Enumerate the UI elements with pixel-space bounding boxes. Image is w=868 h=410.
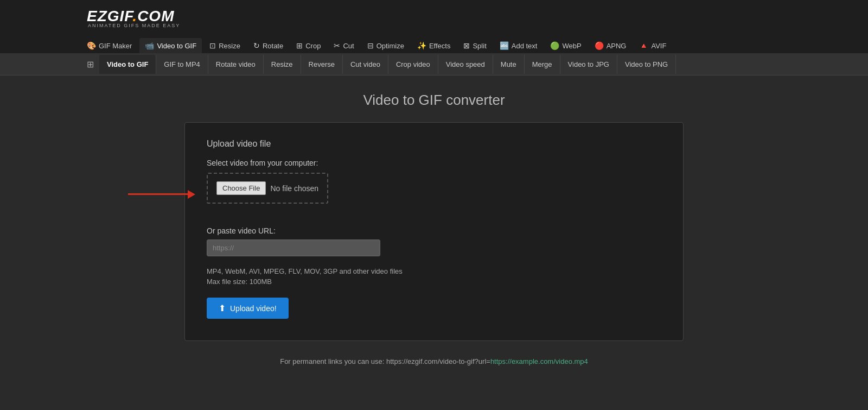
effects-icon: ✨ — [417, 41, 426, 50]
sec-nav-item-resize[interactable]: Resize — [264, 55, 301, 74]
sec-nav-item-video-to-png[interactable]: Video to PNG — [617, 55, 676, 74]
url-label: Or paste video URL: — [207, 226, 661, 235]
nav-item-add-text[interactable]: 🔤 Add text — [494, 38, 543, 53]
rotate-icon: ↻ — [253, 41, 260, 50]
sec-nav-item-gif-to-mp4[interactable]: GIF to MP4 — [156, 55, 208, 74]
avif-icon: 🔺 — [639, 41, 648, 50]
gif-maker-icon: 🎨 — [87, 41, 96, 50]
footer-link[interactable]: https://example.com/video.mp4 — [490, 357, 588, 365]
upload-btn-label: Upload video! — [230, 304, 277, 313]
video-to-gif-icon: 📹 — [145, 41, 154, 50]
apng-icon: 🔴 — [595, 41, 604, 50]
upload-button[interactable]: ⬆ Upload video! — [207, 298, 289, 319]
resize-icon: ⊡ — [209, 41, 216, 50]
sec-nav-item-reverse[interactable]: Reverse — [301, 55, 343, 74]
nav-item-cut[interactable]: ✂ Cut — [328, 38, 359, 53]
logo-area: EZGIF.COM ANIMATED GIFS MADE EASY — [0, 8, 868, 34]
nav-item-split[interactable]: ⊠ Split — [458, 38, 492, 53]
nav-item-effects[interactable]: ✨ Effects — [412, 38, 456, 53]
nav-item-webp[interactable]: 🟢 WebP — [545, 38, 586, 53]
page-title: Video to GIF converter — [81, 92, 787, 109]
sec-nav-item-video-to-gif[interactable]: Video to GIF — [99, 55, 156, 74]
sec-nav-item-cut-video[interactable]: Cut video — [343, 55, 388, 74]
nav-item-resize[interactable]: ⊡ Resize — [204, 38, 246, 53]
nav-item-apng[interactable]: 🔴 APNG — [589, 38, 632, 53]
sec-nav-item-crop-video[interactable]: Crop video — [388, 55, 438, 74]
file-input-wrapper: Choose File No file chosen — [207, 173, 328, 204]
secondary-nav: ⊞ Video to GIF GIF to MP4 Rotate video R… — [0, 54, 868, 75]
sec-nav-item-rotate-video[interactable]: Rotate video — [208, 55, 264, 74]
footer-note: For permanent links you can use: https:/… — [81, 357, 787, 365]
nav-item-video-to-gif[interactable]: 📹 Video to GIF — [139, 38, 202, 53]
format-info: MP4, WebM, AVI, MPEG, FLV, MOV, 3GP and … — [207, 267, 661, 275]
nav-item-optimize[interactable]: ⊟ Optimize — [362, 38, 410, 53]
nav-item-crop[interactable]: ⊞ Crop — [291, 38, 326, 53]
sec-nav-item-mute[interactable]: Mute — [493, 55, 525, 74]
url-input[interactable] — [207, 239, 380, 256]
secondary-nav-icon: ⊞ — [81, 54, 99, 75]
page-content: Video to GIF converter Upload video file… — [0, 75, 868, 382]
sec-nav-item-merge[interactable]: Merge — [525, 55, 560, 74]
crop-icon: ⊞ — [296, 41, 303, 50]
nav-item-rotate[interactable]: ↻ Rotate — [248, 38, 289, 53]
upload-icon: ⬆ — [219, 303, 226, 313]
max-size-info: Max file size: 100MB — [207, 277, 661, 286]
webp-icon: 🟢 — [550, 41, 559, 50]
add-text-icon: 🔤 — [500, 41, 509, 50]
cut-icon: ✂ — [334, 41, 340, 50]
nav-item-gif-maker[interactable]: 🎨 GIF Maker — [81, 38, 137, 53]
sec-nav-item-video-speed[interactable]: Video speed — [438, 55, 493, 74]
upload-section-title: Upload video file — [207, 139, 661, 149]
select-label: Select video from your computer: — [207, 159, 661, 167]
logo-subtitle: ANIMATED GIFS MADE EASY — [87, 23, 868, 28]
nav-item-avif[interactable]: 🔺 AVIF — [634, 38, 672, 53]
upload-box: Upload video file Select video from your… — [184, 122, 684, 341]
primary-nav: 🎨 GIF Maker 📹 Video to GIF ⊡ Resize ↻ Ro… — [0, 34, 868, 54]
sec-nav-item-video-to-jpg[interactable]: Video to JPG — [560, 55, 617, 74]
optimize-icon: ⊟ — [367, 41, 374, 50]
split-icon: ⊠ — [463, 41, 470, 50]
